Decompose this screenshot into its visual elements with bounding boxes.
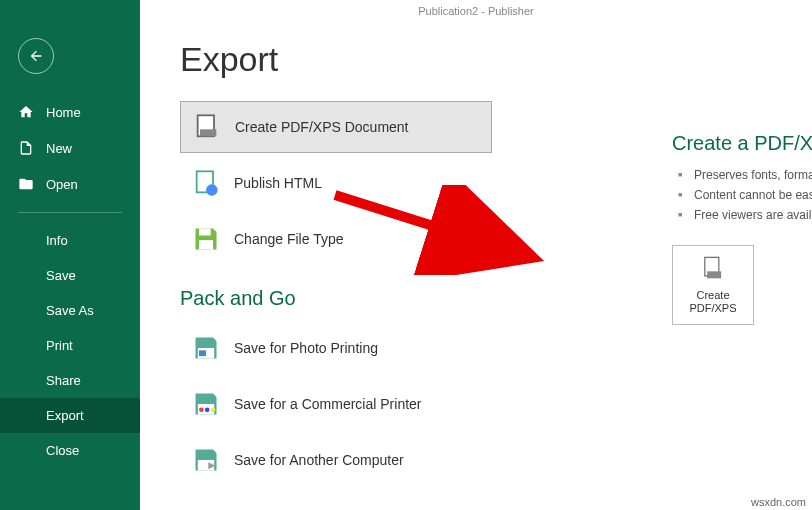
nav-label: New — [46, 141, 72, 156]
svg-rect-4 — [199, 229, 211, 236]
svg-rect-7 — [199, 350, 206, 356]
nav-export[interactable]: Export — [0, 398, 140, 433]
option-label: Save for Another Computer — [234, 452, 404, 468]
back-button[interactable] — [18, 38, 54, 74]
main-panel: Export Create PDF/XPS Document Publish H… — [140, 22, 812, 510]
bullet-item: Content cannot be easily changed — [672, 185, 812, 205]
option-another-computer[interactable]: Save for Another Computer — [180, 434, 492, 486]
option-label: Save for a Commercial Printer — [234, 396, 422, 412]
svg-point-9 — [199, 408, 204, 413]
details-bullets: Preserves fonts, formatting, and images … — [672, 165, 812, 225]
svg-point-3 — [206, 184, 218, 196]
home-icon — [18, 104, 34, 120]
nav-share[interactable]: Share — [0, 363, 140, 398]
option-label: Save for Photo Printing — [234, 340, 378, 356]
svg-point-11 — [211, 408, 216, 413]
option-label: Publish HTML — [234, 175, 322, 191]
svg-rect-5 — [199, 240, 213, 249]
details-panel: Create a PDF/XPS Document Preserves font… — [672, 132, 812, 325]
svg-point-10 — [205, 408, 210, 413]
create-pdf-xps-button[interactable]: Create PDF/XPS — [672, 245, 754, 325]
nav-label: Save — [46, 268, 76, 283]
svg-rect-1 — [200, 129, 216, 136]
nav-home[interactable]: Home — [0, 94, 140, 130]
nav-label: Save As — [46, 303, 94, 318]
nav-label: Print — [46, 338, 73, 353]
nav-label: Open — [46, 177, 78, 192]
backstage-sidebar: Home New Open Info Save Save As Print Sh… — [0, 0, 140, 510]
bullet-item: Preserves fonts, formatting, and images — [672, 165, 812, 185]
option-change-file-type[interactable]: Change File Type — [180, 213, 492, 265]
page-title: Export — [180, 40, 772, 79]
document-icon — [18, 140, 34, 156]
arrow-left-icon — [28, 48, 44, 64]
folder-open-icon — [18, 176, 34, 192]
details-title: Create a PDF/XPS Document — [672, 132, 812, 155]
button-label: Create — [696, 289, 729, 302]
option-label: Change File Type — [234, 231, 343, 247]
photo-icon — [192, 334, 220, 362]
computer-icon — [192, 446, 220, 474]
nav-label: Export — [46, 408, 84, 423]
printer-icon — [192, 390, 220, 418]
nav-info[interactable]: Info — [0, 223, 140, 258]
bullet-item: Free viewers are available on the Web — [672, 205, 812, 225]
nav-open[interactable]: Open — [0, 166, 140, 202]
pack-options: Save for Photo Printing Save for a Comme… — [180, 322, 772, 486]
option-publish-html[interactable]: Publish HTML — [180, 157, 492, 209]
option-photo-printing[interactable]: Save for Photo Printing — [180, 322, 492, 374]
nav-label: Info — [46, 233, 68, 248]
option-create-pdf-xps[interactable]: Create PDF/XPS Document — [180, 101, 492, 153]
divider — [18, 212, 122, 213]
nav-new[interactable]: New — [0, 130, 140, 166]
nav-label: Home — [46, 105, 81, 120]
button-label: PDF/XPS — [689, 302, 736, 315]
option-commercial-printer[interactable]: Save for a Commercial Printer — [180, 378, 492, 430]
svg-rect-14 — [707, 271, 721, 278]
watermark: wsxdn.com — [751, 496, 806, 508]
nav-label: Share — [46, 373, 81, 388]
pdf-document-icon — [699, 255, 727, 283]
nav-print[interactable]: Print — [0, 328, 140, 363]
save-icon — [192, 225, 220, 253]
window-title: Publication2 - Publisher — [140, 0, 812, 22]
nav-saveas[interactable]: Save As — [0, 293, 140, 328]
nav-close[interactable]: Close — [0, 433, 140, 468]
pdf-icon — [193, 113, 221, 141]
nav-save[interactable]: Save — [0, 258, 140, 293]
html-icon — [192, 169, 220, 197]
option-label: Create PDF/XPS Document — [235, 119, 409, 135]
nav-label: Close — [46, 443, 79, 458]
